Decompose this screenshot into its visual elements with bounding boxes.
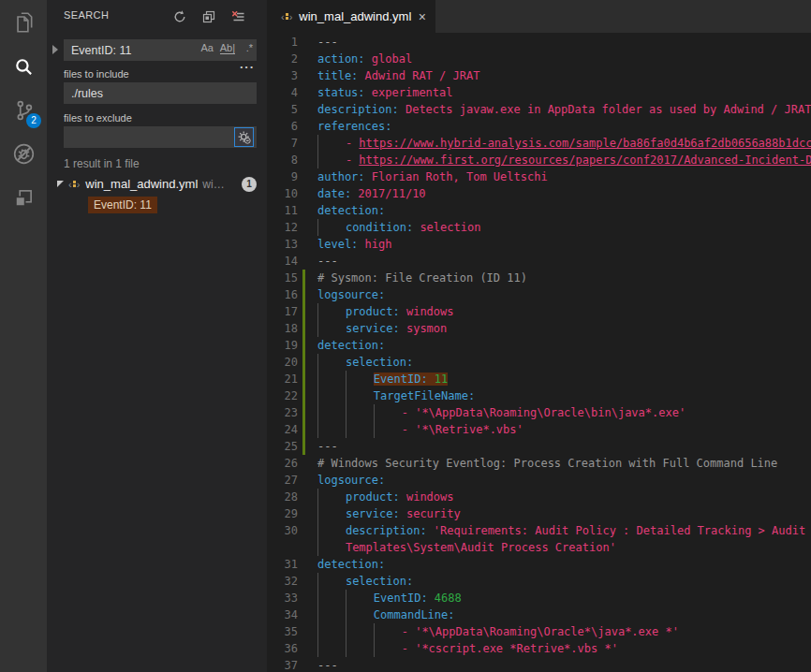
- line-number[interactable]: 14: [267, 253, 298, 270]
- code-line[interactable]: 19detection:: [267, 337, 811, 354]
- code-line[interactable]: Templates\System\Audit Process Creation': [267, 539, 811, 556]
- extensions-icon[interactable]: [0, 176, 47, 220]
- line-number[interactable]: 17: [267, 303, 298, 320]
- match-case-icon[interactable]: Aa: [201, 42, 214, 53]
- collapse-all-icon[interactable]: [199, 7, 218, 26]
- code-text[interactable]: service: security: [317, 505, 461, 522]
- code-text[interactable]: - '*cscript.exe *Retrive*.vbs *': [317, 640, 618, 657]
- line-number[interactable]: 7: [267, 135, 298, 152]
- code-line[interactable]: 35 - '*\AppData\Roaming\Oracle*\java*.ex…: [267, 623, 811, 640]
- code-line[interactable]: 32 selection:: [267, 573, 811, 590]
- line-number[interactable]: 15: [267, 270, 298, 286]
- line-number[interactable]: 12: [267, 219, 298, 236]
- code-line[interactable]: 25---: [267, 438, 811, 455]
- search-activity-icon[interactable]: [0, 44, 47, 88]
- code-line[interactable]: 28 product: windows: [267, 489, 811, 505]
- line-number[interactable]: 36: [267, 640, 298, 657]
- source-control-icon[interactable]: 2: [0, 88, 47, 132]
- code-text[interactable]: ---: [317, 657, 338, 672]
- code-text[interactable]: ---: [317, 253, 338, 270]
- debug-icon[interactable]: [0, 132, 47, 176]
- line-number[interactable]: 37: [267, 657, 298, 672]
- code-line[interactable]: 5description: Detects javaw.exe in AppDa…: [267, 101, 811, 118]
- code-text[interactable]: EventID: 4688: [317, 590, 462, 606]
- code-line[interactable]: 18 service: sysmon: [267, 320, 811, 337]
- code-text[interactable]: logsource:: [317, 286, 385, 303]
- code-text[interactable]: date: 2017/11/10: [317, 185, 426, 202]
- line-number[interactable]: 21: [267, 371, 298, 387]
- use-exclude-settings-button[interactable]: [234, 127, 254, 147]
- code-line[interactable]: 14---: [267, 253, 811, 270]
- code-text[interactable]: title: Adwind RAT / JRAT: [317, 67, 479, 84]
- line-number[interactable]: 23: [267, 404, 298, 421]
- line-number[interactable]: 20: [267, 354, 298, 371]
- code-text[interactable]: CommandLine:: [317, 606, 455, 623]
- line-number[interactable]: 32: [267, 573, 298, 590]
- whole-word-icon[interactable]: Ab|: [220, 42, 235, 54]
- code-text[interactable]: EventID: 11: [317, 371, 448, 387]
- code-text[interactable]: detection:: [317, 556, 385, 573]
- code-line[interactable]: 26# Windows Security Eventlog: Process C…: [267, 455, 811, 472]
- line-number[interactable]: 11: [267, 202, 298, 219]
- code-line[interactable]: 13level: high: [267, 236, 811, 253]
- code-text[interactable]: action: global: [317, 51, 412, 67]
- line-number[interactable]: 30: [267, 522, 298, 539]
- code-line[interactable]: 31detection:: [267, 556, 811, 573]
- code-line[interactable]: 36 - '*cscript.exe *Retrive*.vbs *': [267, 640, 811, 657]
- files-to-exclude-input[interactable]: [64, 126, 257, 148]
- toggle-search-details-icon[interactable]: ···: [240, 60, 255, 74]
- line-number[interactable]: 26: [267, 455, 298, 472]
- code-line[interactable]: 3title: Adwind RAT / JRAT: [267, 67, 811, 84]
- line-number[interactable]: 19: [267, 337, 298, 354]
- line-number[interactable]: 6: [267, 118, 298, 135]
- code-text[interactable]: ---: [317, 438, 338, 455]
- line-number[interactable]: 9: [267, 168, 298, 185]
- line-number[interactable]: 1: [267, 34, 298, 51]
- code-text[interactable]: product: windows: [317, 303, 454, 320]
- line-number[interactable]: 24: [267, 421, 298, 438]
- code-text[interactable]: product: windows: [317, 489, 454, 505]
- line-number[interactable]: 28: [267, 489, 298, 505]
- line-number[interactable]: [267, 539, 298, 556]
- line-number[interactable]: 5: [267, 101, 298, 118]
- code-line[interactable]: 17 product: windows: [267, 303, 811, 320]
- search-match-row[interactable]: EventID: 11: [47, 195, 267, 215]
- code-text[interactable]: selection:: [317, 354, 413, 371]
- code-text[interactable]: description: Detects javaw.exe in AppDat…: [317, 101, 811, 118]
- code-line[interactable]: 10date: 2017/11/10: [267, 185, 811, 202]
- result-file-row[interactable]: ‹› win_mal_adwind.yml wi… 1: [47, 173, 267, 195]
- code-line[interactable]: 11detection:: [267, 202, 811, 219]
- code-line[interactable]: 33 EventID: 4688: [267, 590, 811, 606]
- code-text[interactable]: references:: [317, 118, 391, 135]
- code-text[interactable]: status: experimental: [317, 84, 453, 101]
- code-line[interactable]: 4status: experimental: [267, 84, 811, 101]
- line-number[interactable]: 18: [267, 320, 298, 337]
- line-number[interactable]: 27: [267, 472, 298, 489]
- code-text[interactable]: - https://www.hybrid-analysis.com/sample…: [317, 135, 811, 152]
- regex-icon[interactable]: .*: [246, 42, 253, 53]
- code-text[interactable]: Templates\System\Audit Process Creation': [317, 539, 616, 556]
- toggle-replace-arrow-icon[interactable]: [52, 45, 58, 54]
- code-text[interactable]: detection:: [317, 202, 385, 219]
- line-number[interactable]: 31: [267, 556, 298, 573]
- code-text[interactable]: - https://www.first.org/resources/papers…: [317, 152, 811, 168]
- code-line[interactable]: 29 service: security: [267, 505, 811, 522]
- code-line[interactable]: 8 - https://www.first.org/resources/pape…: [267, 152, 811, 168]
- files-to-include-input[interactable]: [64, 82, 257, 104]
- code-text[interactable]: service: sysmon: [317, 320, 447, 337]
- editor-lines[interactable]: 1---2action: global3title: Adwind RAT / …: [267, 33, 811, 672]
- code-line[interactable]: 23 - '*\AppData\Roaming\Oracle\bin\java*…: [267, 404, 811, 421]
- line-number[interactable]: 2: [267, 51, 298, 67]
- code-text[interactable]: selection:: [317, 573, 413, 590]
- code-line[interactable]: 34 CommandLine:: [267, 606, 811, 623]
- code-text[interactable]: logsource:: [317, 472, 385, 489]
- code-line[interactable]: 27logsource:: [267, 472, 811, 489]
- line-number[interactable]: 4: [267, 84, 298, 101]
- code-line[interactable]: 24 - '*\Retrive*.vbs': [267, 421, 811, 438]
- line-number[interactable]: 8: [267, 152, 298, 168]
- line-number[interactable]: 16: [267, 286, 298, 303]
- twistie-expanded-icon[interactable]: [57, 181, 64, 187]
- line-number[interactable]: 29: [267, 505, 298, 522]
- tab-close-icon[interactable]: ×: [419, 9, 426, 24]
- explorer-icon[interactable]: [0, 0, 47, 44]
